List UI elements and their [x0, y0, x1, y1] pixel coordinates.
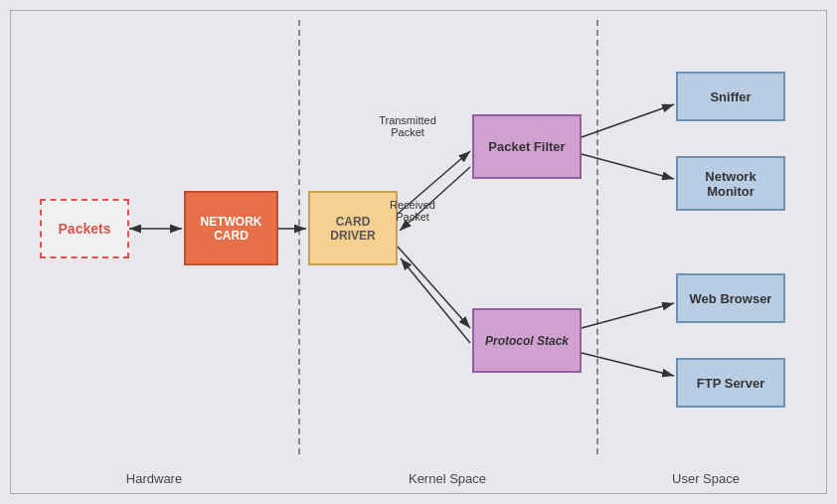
svg-line-11 [582, 353, 674, 376]
svg-line-8 [582, 104, 674, 137]
svg-line-9 [582, 154, 674, 179]
svg-line-6 [398, 247, 470, 328]
packets-box: Packets [40, 199, 129, 258]
kernel-label: Kernel Space [328, 471, 567, 486]
packet-filter-box: Packet Filter [472, 114, 582, 179]
ftp-server-box: FTP Server [676, 358, 785, 408]
hardware-label: Hardware [80, 471, 229, 486]
svg-line-7 [401, 258, 470, 343]
web-browser-box: Web Browser [676, 273, 785, 323]
protocol-stack-box: Protocol Stack [472, 308, 582, 373]
divider-kernel-user [596, 20, 598, 454]
divider-hardware-kernel [298, 20, 300, 454]
sniffer-box: Sniffer [676, 72, 785, 121]
user-label: User Space [616, 471, 795, 486]
network-card-box: NETWORK CARD [184, 191, 278, 265]
diagram: Hardware Kernel Space User Space Packets… [0, 0, 837, 504]
transmitted-packet-label: Transmitted Packet [363, 114, 452, 138]
received-packet-label: Received Packet [368, 199, 457, 223]
network-monitor-box: Network Monitor [676, 156, 785, 211]
svg-line-10 [582, 303, 674, 328]
